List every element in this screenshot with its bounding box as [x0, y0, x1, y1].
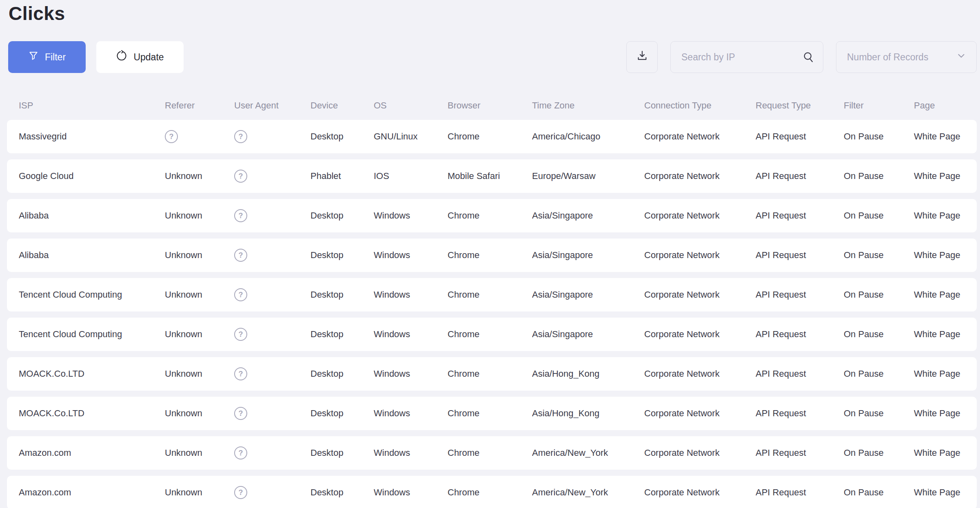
cell-browser: Mobile Safari: [448, 171, 532, 181]
cell-device: Desktop: [310, 448, 374, 458]
search-input[interactable]: [670, 41, 823, 73]
cell-connection-type: Corporate Network: [644, 487, 756, 498]
cell-request-type: API Request: [756, 487, 844, 498]
cell-page: White Page: [914, 487, 977, 498]
question-circle-icon[interactable]: ?: [234, 367, 247, 380]
page-title: Clicks: [0, 0, 980, 24]
cell-time-zone: America/New_York: [532, 487, 644, 498]
cell-request-type: API Request: [756, 369, 844, 379]
records-dropdown[interactable]: Number of Records: [836, 41, 977, 73]
cell-referer: Unknown: [165, 408, 234, 419]
cell-filter: On Pause: [844, 289, 914, 300]
column-header-connection-type: Connection Type: [644, 100, 756, 111]
table-row: AlibabaUnknown?DesktopWindowsChromeAsia/…: [7, 239, 977, 272]
cell-isp: Alibaba: [19, 210, 165, 221]
question-circle-icon[interactable]: ?: [234, 486, 247, 499]
cell-referer: Unknown: [165, 289, 234, 300]
table-row: Amazon.comUnknown?DesktopWindowsChromeAm…: [7, 436, 977, 470]
cell-page: White Page: [914, 131, 977, 142]
cell-device: Desktop: [310, 210, 374, 221]
cell-os: Windows: [374, 329, 448, 340]
funnel-icon: [28, 51, 39, 64]
filter-button[interactable]: Filter: [8, 41, 86, 73]
cell-page: White Page: [914, 171, 977, 181]
table-row: Tencent Cloud ComputingUnknown?DesktopWi…: [7, 278, 977, 311]
cell-connection-type: Corporate Network: [644, 289, 756, 300]
cell-user-agent: ?: [234, 446, 310, 459]
cell-browser: Chrome: [448, 369, 532, 379]
cell-request-type: API Request: [756, 329, 844, 340]
cell-isp: Google Cloud: [19, 171, 165, 181]
question-circle-icon[interactable]: ?: [234, 328, 247, 341]
cell-filter: On Pause: [844, 131, 914, 142]
cell-request-type: API Request: [756, 210, 844, 221]
cell-user-agent: ?: [234, 170, 310, 183]
cell-isp: Alibaba: [19, 250, 165, 261]
cell-isp: Tencent Cloud Computing: [19, 329, 165, 340]
download-button[interactable]: [626, 41, 658, 73]
cell-page: White Page: [914, 210, 977, 221]
cell-connection-type: Corporate Network: [644, 250, 756, 261]
question-circle-icon[interactable]: ?: [234, 130, 247, 143]
question-circle-icon[interactable]: ?: [165, 130, 178, 143]
cell-filter: On Pause: [844, 408, 914, 419]
cell-time-zone: Asia/Hong_Kong: [532, 408, 644, 419]
cell-device: Desktop: [310, 250, 374, 261]
cell-referer: Unknown: [165, 210, 234, 221]
refresh-icon: [116, 50, 127, 64]
table-header: ISP Referer User Agent Device OS Browser…: [7, 91, 977, 120]
cell-user-agent: ?: [234, 486, 310, 499]
cell-connection-type: Corporate Network: [644, 329, 756, 340]
cell-user-agent: ?: [234, 328, 310, 341]
column-header-filter: Filter: [844, 100, 914, 111]
question-circle-icon[interactable]: ?: [234, 288, 247, 301]
question-circle-icon[interactable]: ?: [234, 446, 247, 459]
column-header-user-agent: User Agent: [234, 100, 310, 111]
cell-isp: Tencent Cloud Computing: [19, 289, 165, 300]
cell-filter: On Pause: [844, 210, 914, 221]
clicks-page: Clicks Filter Update: [0, 0, 980, 508]
cell-time-zone: Asia/Hong_Kong: [532, 369, 644, 379]
cell-device: Desktop: [310, 131, 374, 142]
cell-device: Desktop: [310, 289, 374, 300]
cell-filter: On Pause: [844, 448, 914, 458]
cell-request-type: API Request: [756, 131, 844, 142]
cell-os: Windows: [374, 250, 448, 261]
column-header-time-zone: Time Zone: [532, 100, 644, 111]
cell-request-type: API Request: [756, 408, 844, 419]
cell-referer: Unknown: [165, 448, 234, 458]
cell-page: White Page: [914, 448, 977, 458]
question-circle-icon[interactable]: ?: [234, 170, 247, 183]
cell-connection-type: Corporate Network: [644, 369, 756, 379]
cell-request-type: API Request: [756, 250, 844, 261]
cell-filter: On Pause: [844, 250, 914, 261]
cell-os: Windows: [374, 487, 448, 498]
cell-browser: Chrome: [448, 289, 532, 300]
update-button[interactable]: Update: [96, 41, 184, 73]
cell-time-zone: America/Chicago: [532, 131, 644, 142]
column-header-page: Page: [914, 100, 977, 111]
cell-time-zone: Asia/Singapore: [532, 210, 644, 221]
cell-filter: On Pause: [844, 487, 914, 498]
cell-browser: Chrome: [448, 487, 532, 498]
cell-referer: Unknown: [165, 171, 234, 181]
records-dropdown-label: Number of Records: [847, 52, 928, 63]
cell-user-agent: ?: [234, 130, 310, 143]
cell-connection-type: Corporate Network: [644, 171, 756, 181]
cell-connection-type: Corporate Network: [644, 210, 756, 221]
column-header-referer: Referer: [165, 100, 234, 111]
table-row: AlibabaUnknown?DesktopWindowsChromeAsia/…: [7, 199, 977, 232]
cell-filter: On Pause: [844, 171, 914, 181]
question-circle-icon[interactable]: ?: [234, 209, 247, 222]
cell-connection-type: Corporate Network: [644, 131, 756, 142]
cell-os: GNU/Linux: [374, 131, 448, 142]
magnifier-icon[interactable]: [802, 51, 814, 63]
cell-user-agent: ?: [234, 288, 310, 301]
cell-os: Windows: [374, 289, 448, 300]
cell-referer: Unknown: [165, 369, 234, 379]
cell-isp: MOACK.Co.LTD: [19, 369, 165, 379]
cell-filter: On Pause: [844, 369, 914, 379]
column-header-browser: Browser: [448, 100, 532, 111]
question-circle-icon[interactable]: ?: [234, 407, 247, 420]
question-circle-icon[interactable]: ?: [234, 249, 247, 262]
